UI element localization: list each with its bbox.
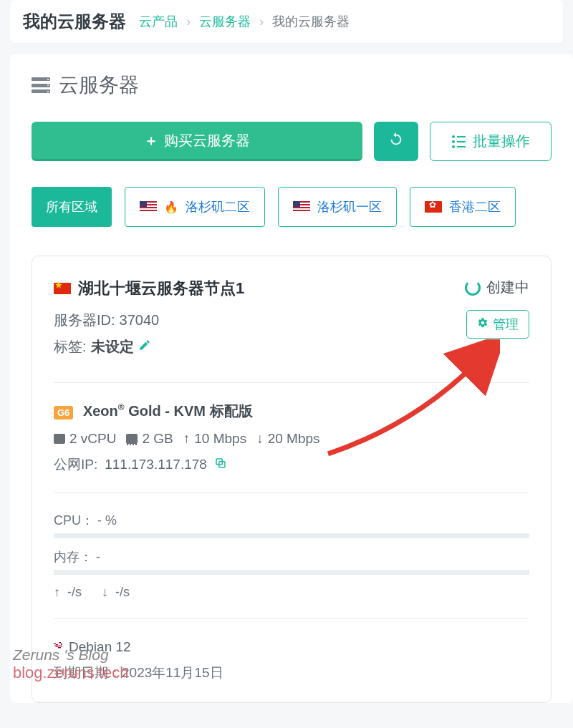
chevron-right-icon: › [185,14,192,29]
server-name: 湖北十堰云服务器节点1 [78,278,244,299]
divider [54,382,529,383]
section-title: 云服务器 [32,72,552,99]
expiry-value: 2023年11月15日 [122,665,223,680]
breadcrumb-link-products[interactable]: 云产品 [139,13,178,30]
tag-label: 标签: [54,337,87,356]
ip-label: 公网IP: [54,455,97,474]
server-icon [32,77,50,93]
filter-label: 香港二区 [449,198,501,215]
filter-label: 洛杉矶一区 [317,198,382,215]
mem-usage-value: - [96,550,100,564]
usage-section: CPU： - % 内存： - ↑ -/s ↓ -/s [54,512,529,600]
cpu-icon [54,434,65,444]
copy-ip-button[interactable] [214,457,227,473]
filter-hk2[interactable]: 香港二区 [410,187,516,227]
plus-icon: ＋ [144,131,158,150]
header-bar: 我的云服务器 云产品 › 云服务器 › 我的云服务器 [10,0,563,43]
status-text: 创建中 [486,278,529,297]
cpu-usage-value: - % [97,513,117,528]
spec-cpu: 2 vCPU [69,431,116,447]
server-id-value: 37040 [120,312,160,329]
edit-tag-button[interactable] [138,339,151,355]
net-down-value: -/s [115,585,130,599]
spec-title: G6 Xeon® Gold - KVM 标配版 [54,402,529,421]
server-card: 湖北十堰云服务器节点1 服务器ID: 37040 标签: 未设定 [32,256,552,703]
toolbar: ＋ 购买云服务器 批量操作 [32,122,552,161]
server-status: 创建中 [465,278,529,297]
refresh-button[interactable] [374,122,418,161]
divider [54,618,529,619]
region-filters: 所有区域 🔥 洛杉矶二区 洛杉矶一区 香港二区 [32,187,552,227]
spec-section: G6 Xeon® Gold - KVM 标配版 2 vCPU 2 GB ↑10 … [54,402,529,474]
buy-server-label: 购买云服务器 [164,131,250,150]
cpu-usage-bar [54,533,529,538]
flag-hk-icon [425,201,442,213]
filter-label: 洛杉矶二区 [186,198,250,215]
chevron-right-icon: › [258,14,265,29]
breadcrumb-link-servers[interactable]: 云服务器 [199,13,251,30]
server-name-row: 湖北十堰云服务器节点1 [54,278,244,299]
watermark-line1: Zeruns 's Blog [13,646,128,664]
net-up-value: -/s [67,585,82,599]
divider [54,492,529,493]
filter-label: 所有区域 [46,198,97,215]
filter-la1[interactable]: 洛杉矶一区 [278,187,397,227]
arrow-up-icon: ↑ [183,431,191,447]
manage-label: 管理 [493,316,519,333]
batch-ops-button[interactable]: 批量操作 [430,122,552,161]
cpu-usage-label: CPU： [54,513,94,528]
fire-icon: 🔥 [164,200,178,214]
gear-icon [477,317,488,332]
server-tag-row: 标签: 未设定 [54,337,244,356]
watermark-line2: blog.zeruns.tech [13,664,128,682]
refresh-icon [388,132,404,151]
ip-value: 111.173.117.178 [105,457,207,472]
spec-badge: G6 [54,406,73,419]
flag-us-icon [140,201,157,213]
memory-icon [126,434,138,444]
page-title: 我的云服务器 [23,10,126,33]
spec-mem: 2 GB [142,431,173,447]
list-icon [452,135,466,148]
server-id-label: 服务器ID: [54,311,115,330]
filter-la2[interactable]: 🔥 洛杉矶二区 [125,187,265,227]
batch-ops-label: 批量操作 [473,132,530,151]
watermark: Zeruns 's Blog blog.zeruns.tech [13,646,128,683]
mem-usage-bar [54,570,529,575]
spec-download: 20 Mbps [268,431,320,447]
mem-usage-label: 内存： [54,550,92,564]
main-panel: 云服务器 ＋ 购买云服务器 批量操作 [10,54,573,703]
spinner-icon [465,280,481,296]
server-id-row: 服务器ID: 37040 [54,311,244,330]
flag-cn-icon [54,283,71,294]
arrow-up-icon: ↑ [54,585,60,599]
manage-button[interactable]: 管理 [466,310,529,339]
arrow-down-icon: ↓ [256,431,264,447]
tag-value: 未设定 [91,337,134,356]
buy-server-button[interactable]: ＋ 购买云服务器 [32,122,362,161]
flag-us-icon [293,201,310,213]
spec-upload: 10 Mbps [194,431,246,447]
section-title-text: 云服务器 [59,72,139,99]
filter-all-regions[interactable]: 所有区域 [32,187,112,227]
arrow-down-icon: ↓ [102,585,108,599]
spec-cpu-family: Xeon [83,403,118,419]
spec-model-suffix: Gold - KVM 标配版 [125,403,253,419]
breadcrumb-current: 我的云服务器 [272,13,350,30]
breadcrumb: 云产品 › 云服务器 › 我的云服务器 [139,13,350,30]
